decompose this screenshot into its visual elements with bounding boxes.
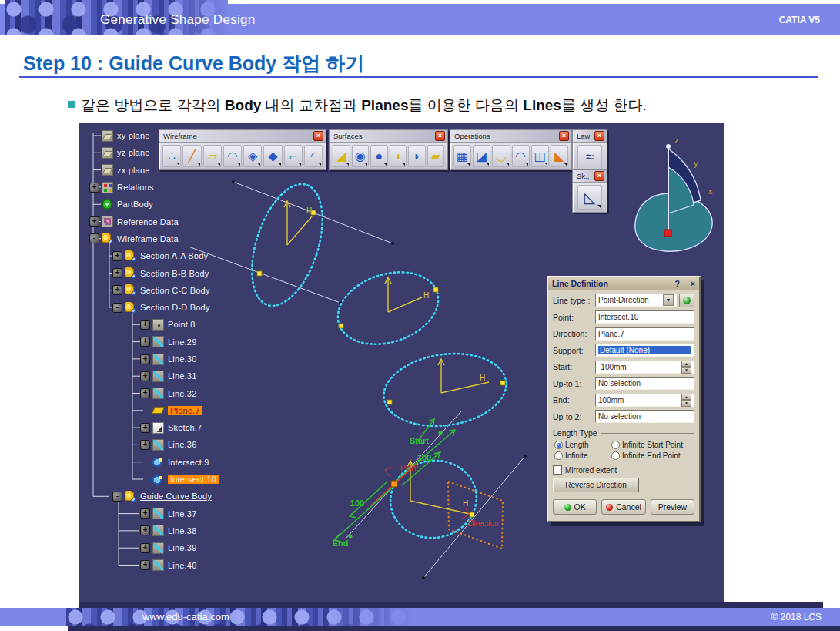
tree-expander-icon[interactable]: +: [140, 560, 150, 570]
tree-item[interactable]: + Line.32: [79, 384, 271, 401]
tree-expander-icon[interactable]: +: [140, 337, 150, 347]
tree-item[interactable]: + Line.39: [79, 539, 271, 556]
tree-expander-icon[interactable]: +: [140, 440, 150, 450]
point-icon[interactable]: ∴: [162, 145, 181, 167]
length-type-radio[interactable]: Infinite: [554, 451, 610, 460]
revolve-icon[interactable]: ◉: [352, 145, 370, 167]
projection-icon[interactable]: ◈: [243, 145, 262, 167]
catia-viewport[interactable]: H H H H: [79, 123, 724, 603]
plane-icon[interactable]: ▱: [203, 145, 222, 167]
tree-item[interactable]: PartBody: [79, 196, 271, 213]
tree-expander-icon[interactable]: +: [89, 183, 99, 193]
length-type-radio[interactable]: Length: [554, 441, 610, 449]
tree-expander-icon[interactable]: +: [112, 285, 122, 295]
tree-item[interactable]: + Sketch.7: [79, 419, 271, 436]
radio-icon[interactable]: [611, 441, 620, 449]
tree-expander-icon[interactable]: +: [140, 508, 150, 519]
close-icon[interactable]: ×: [559, 131, 569, 141]
start-point-dot[interactable]: [439, 431, 443, 435]
tree-item[interactable]: Intersect.10: [79, 471, 271, 488]
tree-item[interactable]: + Line.38: [79, 522, 271, 539]
tree-expander-icon[interactable]: -: [112, 492, 122, 502]
tree-item[interactable]: + Line.40: [79, 556, 271, 573]
intersection-icon[interactable]: ◆: [263, 145, 282, 167]
ok-button[interactable]: OK: [553, 499, 597, 515]
mirrored-extent-row[interactable]: Mirrored extent: [553, 465, 694, 475]
join-icon[interactable]: ▦: [453, 145, 471, 167]
end-point-dot[interactable]: [349, 535, 353, 539]
close-icon[interactable]: ×: [313, 131, 323, 141]
radio-icon[interactable]: [554, 441, 563, 449]
checkbox-icon[interactable]: [553, 465, 562, 475]
tree-expander-icon[interactable]: +: [140, 354, 150, 364]
field-input[interactable]: -100mm ▼ ▲▼: [595, 361, 694, 374]
offset-icon[interactable]: ◖: [390, 145, 407, 167]
tree-expander-icon[interactable]: +: [140, 543, 150, 553]
field-input[interactable]: No selection ▼ ▲▼: [595, 377, 694, 390]
tree-item[interactable]: + Line.30: [79, 351, 271, 368]
toolbar-surfaces[interactable]: Surfaces × ◢◉●◖◗▰: [329, 129, 448, 170]
fillet-icon[interactable]: ◡: [492, 145, 510, 167]
tree-item[interactable]: - Guide Curve Body: [79, 488, 271, 505]
toolbar-sketcher[interactable]: Sk.. × ◺: [572, 169, 607, 213]
dropdown-arrow-icon[interactable]: ▼: [663, 294, 674, 306]
tree-item[interactable]: Plane.7: [79, 402, 271, 419]
toolbar-law[interactable]: Law × ≈: [572, 129, 607, 173]
tree-expander-icon[interactable]: +: [140, 320, 150, 330]
toolbar-wireframe[interactable]: Wireframe × ∴╱▱◠◈◆⌐◜: [159, 129, 326, 170]
dialog-title-bar[interactable]: Line Definition ? ×: [548, 277, 699, 290]
tree-item[interactable]: + Line.36: [79, 436, 271, 453]
field-input[interactable]: Plane.7 ▼ ▲▼: [595, 327, 694, 341]
reverse-direction-button[interactable]: Reverse Direction: [553, 478, 639, 492]
toolbar-title-bar[interactable]: Wireframe ×: [159, 130, 326, 143]
circle-icon[interactable]: ◠: [223, 145, 242, 167]
help-icon[interactable]: ?: [674, 279, 679, 288]
tree-expander-icon[interactable]: +: [140, 423, 150, 433]
cancel-button[interactable]: Cancel: [601, 499, 645, 515]
sphere-icon[interactable]: ●: [370, 145, 388, 167]
law-curve-icon[interactable]: ≈: [577, 145, 602, 169]
close-icon[interactable]: ×: [594, 131, 604, 141]
tree-item[interactable]: - Wireframe Data: [79, 230, 271, 247]
selected-point-marker[interactable]: [391, 481, 397, 487]
tree-item[interactable]: + Section A-A Body: [79, 247, 271, 264]
tree-item[interactable]: - Section D-D Body: [79, 299, 271, 316]
tree-item[interactable]: + Point.8: [79, 316, 271, 333]
tree-item[interactable]: + Section B-B Body: [79, 264, 271, 281]
preview-button[interactable]: Preview: [651, 499, 694, 515]
tree-item[interactable]: + Relations: [79, 179, 271, 196]
tree-expander-icon[interactable]: +: [112, 268, 122, 278]
close-icon[interactable]: ×: [435, 131, 445, 141]
tree-item[interactable]: + Line.31: [79, 368, 271, 384]
extract-icon[interactable]: ◣: [551, 145, 568, 167]
extrapolate-icon[interactable]: ◫: [531, 145, 549, 167]
field-input[interactable]: Intersect.10 ▼ ▲▼: [595, 310, 694, 324]
tree-item[interactable]: + Section C-C Body: [79, 282, 271, 299]
toolbar-operations[interactable]: Operations × ▦◪◡◠◫◣: [450, 129, 572, 170]
transform-icon[interactable]: ◠: [512, 145, 530, 167]
close-icon[interactable]: ×: [691, 279, 695, 288]
fill-icon[interactable]: ▰: [427, 145, 445, 167]
line-definition-dialog[interactable]: Line Definition ? × Line type : Point-Di…: [547, 276, 701, 522]
tree-expander-icon[interactable]: +: [89, 216, 99, 227]
tree-expander-icon[interactable]: +: [112, 251, 122, 261]
line-icon[interactable]: ╱: [182, 145, 201, 167]
field-input[interactable]: 100mm ▼ ▲▼: [595, 394, 694, 407]
spline-icon[interactable]: ◜: [304, 145, 323, 167]
tree-expander-icon[interactable]: +: [140, 525, 150, 535]
tree-item[interactable]: + Reference Data: [79, 213, 271, 230]
split-icon[interactable]: ◪: [473, 145, 490, 167]
field-input[interactable]: No selection ▼ ▲▼: [595, 410, 694, 423]
corner-icon[interactable]: ⌐: [284, 145, 303, 167]
tree-item[interactable]: + Line.29: [79, 334, 271, 351]
sweep-icon[interactable]: ◗: [408, 145, 426, 167]
tree-item[interactable]: + Line.37: [79, 505, 271, 522]
sketch-icon[interactable]: ◺: [577, 185, 602, 210]
toolbar-title-bar[interactable]: Sk.. ×: [573, 170, 607, 183]
close-icon[interactable]: ×: [594, 171, 604, 181]
toolbar-title-bar[interactable]: Surfaces ×: [330, 130, 447, 143]
radio-icon[interactable]: [611, 451, 620, 460]
field-input[interactable]: Point-Direction ▼ ▲▼: [595, 294, 677, 307]
line-type-options-button[interactable]: [679, 294, 694, 307]
field-input[interactable]: Default (None) ▼ ▲▼: [595, 344, 694, 357]
